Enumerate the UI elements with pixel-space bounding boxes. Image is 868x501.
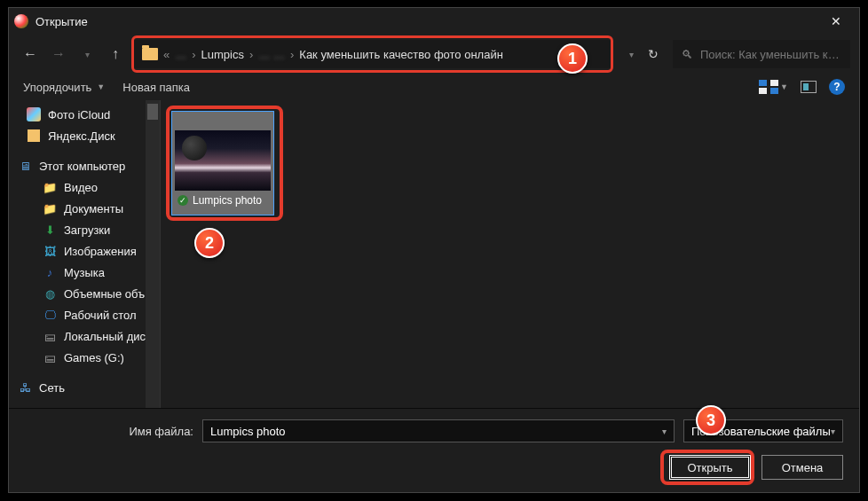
sidebar-item-label: Объемные объ <box>64 287 145 301</box>
file-name: Lumpics photo <box>193 194 262 207</box>
recent-dropdown[interactable]: ▾ <box>75 42 99 67</box>
search-placeholder: Поиск: Как уменьшить кач... <box>700 48 841 61</box>
network-icon: 🖧 <box>18 380 32 395</box>
annotation-badge-1: 1 <box>557 43 588 74</box>
sidebar-item-label: Музыка <box>64 266 105 279</box>
address-dropdown[interactable]: ▾ <box>624 50 639 59</box>
pc-icon: 🖥 <box>18 159 32 173</box>
view-mode-icon <box>759 80 778 94</box>
sidebar-item-games[interactable]: 🖴Games (G:) <box>9 347 160 368</box>
footer: Имя файла: Lumpics photo ▾ Пользовательс… <box>9 408 859 492</box>
chevron-down-icon[interactable]: ▾ <box>662 427 667 436</box>
window-title: Открытие <box>36 15 818 28</box>
sidebar-scrollbar[interactable] <box>146 100 160 427</box>
address-bar[interactable]: « … › Lumpics › … … › Как уменьшить каче… <box>133 40 612 68</box>
sidebar: Фото iCloud Яндекс.Диск 🖥Этот компьютер … <box>9 100 160 427</box>
disk-icon: 🖴 <box>43 329 57 343</box>
sidebar-item-label: Яндекс.Диск <box>48 129 115 143</box>
view-mode-button[interactable]: ▼ <box>759 80 788 94</box>
pictures-icon: 🖼 <box>43 244 57 258</box>
disk-icon: 🖴 <box>43 350 57 364</box>
address-actions: ▾ ↻ <box>624 47 659 61</box>
cube-icon: ◍ <box>43 286 57 301</box>
search-icon: 🔍︎ <box>682 48 693 61</box>
chevron-icon: › <box>249 48 253 61</box>
sidebar-item-3d[interactable]: ◍Объемные объ <box>9 283 160 304</box>
app-icon <box>14 14 28 28</box>
search-box[interactable]: 🔍︎ Поиск: Как уменьшить кач... <box>673 40 850 68</box>
file-item[interactable]: ✓ Lumpics photo <box>171 111 274 215</box>
sidebar-item-yandex[interactable]: Яндекс.Диск <box>9 125 160 146</box>
sidebar-item-local-disk[interactable]: 🖴Локальный дис <box>9 325 160 347</box>
sidebar-item-label: Документы <box>64 202 123 215</box>
toolbar: Упорядочить ▼ Новая папка ▼ ? <box>9 74 859 100</box>
annotation-badge-3: 3 <box>696 405 726 435</box>
dialog-body: Фото iCloud Яндекс.Диск 🖥Этот компьютер … <box>9 100 859 427</box>
download-icon: ⬇ <box>43 223 57 237</box>
titlebar: Открытие ✕ <box>9 8 859 35</box>
sidebar-item-music[interactable]: ♪Музыка <box>9 262 160 283</box>
sidebar-item-desktop[interactable]: 🖵Рабочий стол <box>9 304 160 325</box>
nav-row: ← → ▾ ↑ « … › Lumpics › … … › Как уменьш… <box>9 35 859 74</box>
new-folder-button[interactable]: Новая папка <box>122 81 190 94</box>
chevron-down-icon: ▾ <box>831 427 835 436</box>
chevron-down-icon: ▼ <box>97 82 105 91</box>
sidebar-item-documents[interactable]: 📁Документы <box>9 198 160 219</box>
yandex-disk-icon <box>27 129 41 143</box>
open-button[interactable]: Открыть <box>669 455 751 480</box>
filename-value: Lumpics photo <box>210 425 286 438</box>
filename-label: Имя файла: <box>25 425 193 438</box>
refresh-button[interactable]: ↻ <box>648 47 659 61</box>
sidebar-item-icloud[interactable]: Фото iCloud <box>9 104 160 125</box>
chevron-icon: › <box>192 48 195 61</box>
sync-status-icon: ✓ <box>178 195 188 206</box>
sidebar-item-label: Фото iCloud <box>48 108 110 121</box>
forward-button[interactable]: → <box>46 42 71 67</box>
back-button[interactable]: ← <box>18 42 43 67</box>
sidebar-item-video[interactable]: 📁Видео <box>9 176 160 198</box>
sidebar-item-label: Изображения <box>64 245 137 258</box>
sidebar-item-label: Этот компьютер <box>39 160 125 173</box>
sidebar-item-label: Локальный дис <box>64 330 146 343</box>
file-thumb-wrap: ✓ Lumpics photo 2 <box>171 111 278 215</box>
nav-arrows: ← → ▾ ↑ <box>18 42 128 67</box>
file-label-row: ✓ Lumpics photo <box>175 194 271 207</box>
folder-icon <box>142 48 158 60</box>
cancel-button[interactable]: Отмена <box>761 455 843 480</box>
chevron-down-icon: ▼ <box>780 82 788 91</box>
annotation-badge-2: 2 <box>194 228 225 258</box>
file-thumbnail <box>175 130 271 191</box>
close-button[interactable]: ✕ <box>818 8 854 35</box>
sidebar-item-label: Рабочий стол <box>64 309 137 322</box>
sidebar-item-label: Сеть <box>39 381 65 395</box>
file-open-dialog: Открытие ✕ ← → ▾ ↑ « … › Lumpics › … … ›… <box>8 7 860 493</box>
filename-input[interactable]: Lumpics photo ▾ <box>202 419 675 442</box>
sidebar-item-network[interactable]: 🖧Сеть <box>9 377 160 398</box>
organize-label: Упорядочить <box>23 81 91 94</box>
sidebar-item-label: Games (G:) <box>64 351 124 364</box>
chevron-icon: › <box>290 48 294 61</box>
addressbar-wrap: « … › Lumpics › … … › Как уменьшить каче… <box>133 37 612 71</box>
up-button[interactable]: ↑ <box>103 42 128 67</box>
organize-menu[interactable]: Упорядочить ▼ <box>23 81 105 94</box>
help-button[interactable]: ? <box>829 79 845 95</box>
crumb-lumpics[interactable]: Lumpics <box>201 48 244 61</box>
preview-pane-button[interactable] <box>801 81 817 93</box>
folder-icon: 📁 <box>43 201 57 215</box>
cloud-icon <box>27 107 41 121</box>
button-row: Открыть Отмена <box>25 455 843 480</box>
sidebar-item-this-pc[interactable]: 🖥Этот компьютер <box>9 155 160 176</box>
sidebar-item-label: Загрузки <box>64 223 110 237</box>
sidebar-item-downloads[interactable]: ⬇Загрузки <box>9 219 160 240</box>
sidebar-item-pictures[interactable]: 🖼Изображения <box>9 240 160 262</box>
desktop-icon: 🖵 <box>43 308 57 322</box>
crumb-current[interactable]: Как уменьшить качество фото онлайн <box>299 48 503 61</box>
chevron-icon: « <box>163 48 170 61</box>
crumb-blurred-2: … … <box>258 48 285 61</box>
sidebar-item-label: Видео <box>64 181 98 194</box>
music-icon: ♪ <box>43 265 57 279</box>
folder-icon: 📁 <box>43 180 57 194</box>
file-area[interactable]: ✓ Lumpics photo 2 <box>161 100 859 427</box>
scrollbar-thumb[interactable] <box>147 104 158 120</box>
crumb-blurred-1: … <box>175 48 186 61</box>
